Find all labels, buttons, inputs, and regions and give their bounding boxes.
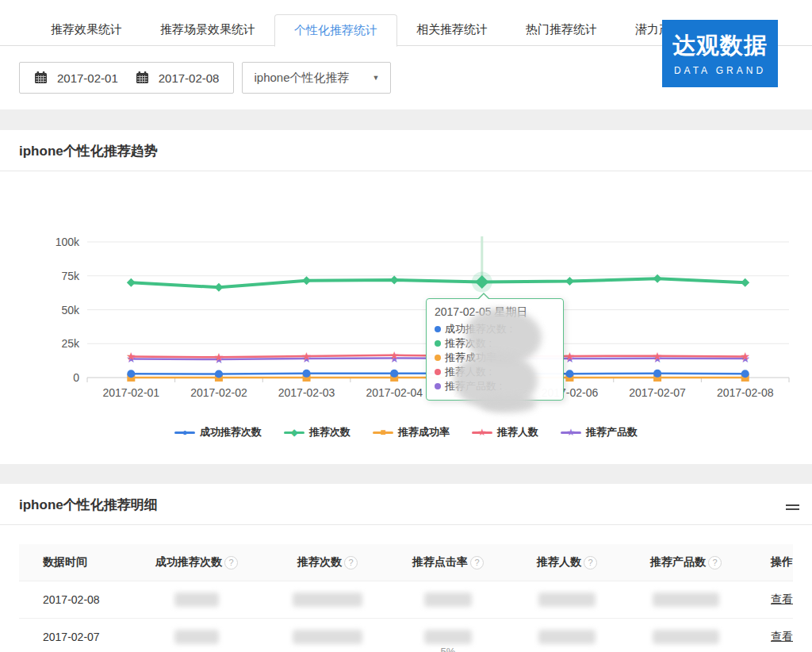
diamond-marker-icon: ◆ bbox=[284, 427, 304, 438]
datagrand-logo: 达观数据 DATA GRAND bbox=[662, 20, 778, 87]
legend-item-2[interactable]: ◆推荐次数 bbox=[284, 425, 350, 439]
blurred-value-blob bbox=[293, 593, 362, 607]
trend-chart-area: 025k50k75k100k2017-02-012017-02-022017-0… bbox=[0, 171, 812, 417]
column-header: 推荐产品数? bbox=[626, 555, 745, 570]
svg-text:75k: 75k bbox=[61, 270, 80, 282]
date-range-picker[interactable]: 2017-02-01 2017-02-08 bbox=[19, 62, 234, 94]
logo-text-en: DATA GRAND bbox=[662, 65, 778, 76]
svg-text:★: ★ bbox=[301, 350, 312, 362]
svg-text:25k: 25k bbox=[61, 337, 80, 350]
date-cell: 2017-02-08 bbox=[19, 593, 127, 606]
square-marker-icon: ■ bbox=[373, 427, 393, 438]
svg-text:★: ★ bbox=[214, 351, 224, 363]
value-cell: 5% bbox=[389, 630, 508, 644]
value-cell bbox=[508, 630, 626, 644]
divider bbox=[0, 524, 812, 525]
svg-text:★: ★ bbox=[565, 350, 575, 362]
calendar-icon bbox=[34, 71, 48, 84]
blurred-value-blob bbox=[481, 395, 536, 412]
date-cell: 2017-02-07 bbox=[19, 631, 127, 643]
column-header: 推荐点击率? bbox=[389, 555, 508, 570]
legend-label: 推荐次数 bbox=[309, 425, 350, 439]
menu-icon[interactable] bbox=[786, 504, 799, 510]
circle-marker-icon: ● bbox=[174, 427, 195, 438]
table-row: 2017-02-075%查看 bbox=[19, 618, 793, 652]
svg-text:★: ★ bbox=[126, 350, 136, 362]
help-icon[interactable]: ? bbox=[224, 556, 238, 570]
help-icon[interactable]: ? bbox=[344, 556, 358, 570]
legend-label: 推荐产品数 bbox=[586, 425, 638, 439]
star-marker-icon: ★ bbox=[472, 427, 492, 438]
help-icon[interactable]: ? bbox=[470, 556, 484, 570]
legend-label: 推荐人数 bbox=[497, 425, 538, 439]
svg-text:50k: 50k bbox=[61, 304, 80, 316]
column-header: 操作 bbox=[745, 555, 793, 570]
blurred-value-blob bbox=[174, 630, 219, 644]
svg-text:2017-02-02: 2017-02-02 bbox=[190, 386, 247, 399]
action-cell: 查看 bbox=[745, 593, 793, 607]
view-link[interactable]: 查看 bbox=[771, 593, 793, 605]
legend-item-1[interactable]: ●成功推荐次数 bbox=[174, 425, 262, 439]
partial-value: 5% bbox=[441, 646, 456, 652]
value-cell bbox=[508, 593, 626, 607]
star-marker-icon: ★ bbox=[561, 427, 581, 438]
table-title: iphone个性化推荐明细 bbox=[0, 484, 812, 524]
value-cell bbox=[626, 593, 745, 607]
column-header: 推荐人数? bbox=[508, 555, 626, 570]
tab-1[interactable]: 推荐效果统计 bbox=[32, 14, 141, 45]
svg-text:★: ★ bbox=[389, 349, 400, 362]
tab-3[interactable]: 个性化推荐统计 bbox=[274, 14, 397, 47]
blurred-value-blob bbox=[653, 630, 719, 644]
legend-label: 成功推荐次数 bbox=[200, 425, 262, 439]
view-link[interactable]: 查看 bbox=[771, 630, 793, 642]
detail-table-panel: iphone个性化推荐明细 数据时间成功推荐次数?推荐次数?推荐点击率?推荐人数… bbox=[0, 484, 812, 652]
svg-text:★: ★ bbox=[653, 350, 663, 362]
legend-item-3[interactable]: ■推荐成功率 bbox=[373, 425, 450, 439]
value-cell bbox=[626, 630, 745, 644]
table-header-row: 数据时间成功推荐次数?推荐次数?推荐点击率?推荐人数?推荐产品数?操作 bbox=[19, 544, 793, 581]
calendar-icon bbox=[136, 71, 149, 84]
chevron-down-icon: ▼ bbox=[373, 74, 380, 82]
svg-text:2017-02-04: 2017-02-04 bbox=[366, 386, 423, 399]
blurred-value-blob bbox=[424, 630, 472, 644]
tab-4[interactable]: 相关推荐统计 bbox=[397, 14, 507, 45]
blurred-value-blob bbox=[293, 630, 362, 644]
help-icon[interactable]: ? bbox=[584, 556, 597, 570]
blurred-value-blob bbox=[424, 593, 472, 607]
value-cell bbox=[127, 630, 266, 644]
series-dot-icon bbox=[435, 369, 441, 375]
table-row: 2017-02-08查看 bbox=[19, 581, 793, 618]
series-dot-icon bbox=[435, 326, 441, 332]
tab-2[interactable]: 推荐场景效果统计 bbox=[141, 14, 274, 45]
svg-text:2017-02-03: 2017-02-03 bbox=[278, 386, 335, 399]
series-dot-icon bbox=[435, 355, 441, 361]
value-cell bbox=[266, 593, 389, 607]
column-header: 数据时间 bbox=[19, 555, 127, 570]
blurred-value-blob bbox=[653, 593, 719, 607]
legend-item-5[interactable]: ★推荐产品数 bbox=[561, 425, 638, 439]
logo-text-cn: 达观数据 bbox=[662, 30, 778, 62]
column-header: 成功推荐次数? bbox=[127, 555, 266, 570]
chart-title: iphone个性化推荐趋势 bbox=[0, 130, 812, 171]
svg-text:100k: 100k bbox=[56, 236, 80, 248]
scene-select[interactable]: iphone个性化推荐 ▼ bbox=[242, 62, 391, 94]
end-date-value: 2017-02-08 bbox=[159, 71, 220, 85]
scene-select-value: iphone个性化推荐 bbox=[254, 71, 349, 86]
help-icon[interactable]: ? bbox=[708, 556, 722, 570]
legend-item-4[interactable]: ★推荐人数 bbox=[472, 425, 538, 439]
legend-label: 推荐成功率 bbox=[398, 425, 450, 439]
value-cell bbox=[127, 593, 266, 607]
svg-text:0: 0 bbox=[73, 371, 79, 384]
series-dot-icon bbox=[435, 383, 441, 389]
svg-text:★: ★ bbox=[740, 350, 750, 362]
start-date-value: 2017-02-01 bbox=[57, 71, 118, 85]
trend-chart[interactable]: 025k50k75k100k2017-02-012017-02-022017-0… bbox=[0, 171, 812, 417]
blurred-value-blob bbox=[538, 593, 596, 607]
svg-text:2017-02-07: 2017-02-07 bbox=[629, 386, 686, 399]
value-cell bbox=[389, 593, 508, 607]
svg-text:2017-02-08: 2017-02-08 bbox=[717, 386, 774, 399]
action-cell: 查看 bbox=[745, 630, 793, 644]
tab-5[interactable]: 热门推荐统计 bbox=[507, 14, 616, 45]
svg-text:2017-02-01: 2017-02-01 bbox=[103, 386, 160, 399]
chart-legend: ●成功推荐次数◆推荐次数■推荐成功率★推荐人数★推荐产品数 bbox=[0, 417, 812, 447]
